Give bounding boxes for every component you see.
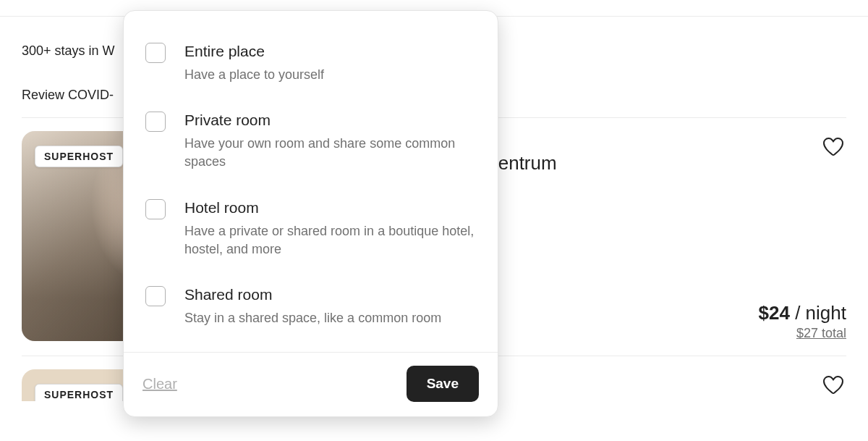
option-text: Private room Have your own room and shar… xyxy=(184,112,476,171)
option-text: Hotel room Have a private or shared room… xyxy=(184,199,476,259)
checkbox-private-room[interactable] xyxy=(145,112,166,132)
option-label: Entire place xyxy=(184,43,324,60)
checkbox-hotel-room[interactable] xyxy=(145,199,166,219)
filter-option-shared-room[interactable]: Shared room Stay in a shared space, like… xyxy=(145,277,476,337)
superhost-badge: SUPERHOST xyxy=(35,384,123,401)
price-amount: $24 xyxy=(759,302,790,324)
heart-icon xyxy=(822,135,845,158)
option-label: Hotel room xyxy=(184,199,476,217)
option-description: Stay in a shared space, like a common ro… xyxy=(184,309,441,327)
option-description: Have a place to yourself xyxy=(184,66,324,84)
wishlist-heart-button[interactable] xyxy=(820,372,846,398)
option-label: Private room xyxy=(184,112,476,129)
option-description: Have your own room and share some common… xyxy=(184,135,476,171)
option-label: Shared room xyxy=(184,286,441,303)
popover-footer: Clear Save xyxy=(124,352,498,416)
wishlist-heart-button[interactable] xyxy=(820,134,846,160)
filter-option-private-room[interactable]: Private room Have your own room and shar… xyxy=(145,103,476,190)
checkbox-shared-room[interactable] xyxy=(145,286,166,306)
save-button[interactable]: Save xyxy=(407,366,479,402)
popover-body: Entire place Have a place to yourself Pr… xyxy=(124,11,498,352)
place-type-filter-popover: Entire place Have a place to yourself Pr… xyxy=(123,10,498,417)
filter-option-hotel-room[interactable]: Hotel room Have a private or shared room… xyxy=(145,190,476,277)
superhost-badge: SUPERHOST xyxy=(35,146,123,167)
filter-option-entire-place[interactable]: Entire place Have a place to yourself xyxy=(145,33,476,103)
heart-icon xyxy=(822,373,845,396)
option-description: Have a private or shared room in a bouti… xyxy=(184,222,476,259)
checkbox-entire-place[interactable] xyxy=(145,43,166,63)
clear-button[interactable]: Clear xyxy=(142,376,177,392)
price-unit: / night xyxy=(790,302,846,324)
option-text: Entire place Have a place to yourself xyxy=(184,43,324,84)
option-text: Shared room Stay in a shared space, like… xyxy=(184,286,441,327)
